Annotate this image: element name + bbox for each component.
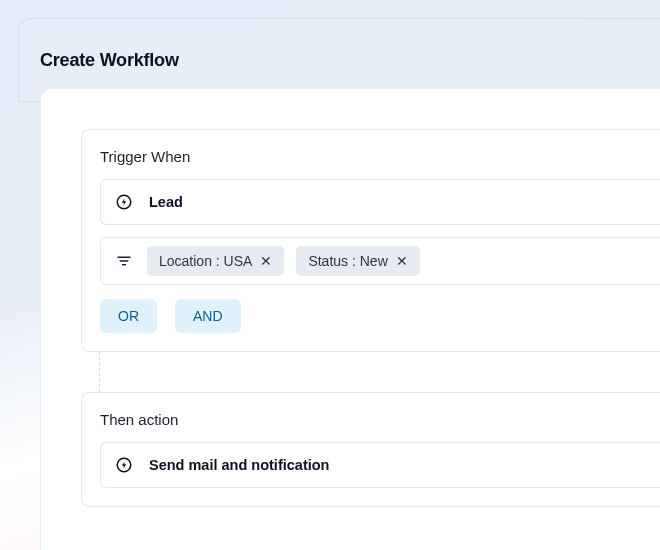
action-section: Then action Send mail and notification	[81, 392, 660, 507]
filter-chip-status[interactable]: Status : New ✕	[296, 246, 419, 276]
or-button[interactable]: OR	[100, 299, 157, 333]
filter-chip-label: Status : New	[308, 253, 387, 269]
and-button[interactable]: AND	[175, 299, 241, 333]
filter-icon	[111, 252, 135, 270]
bolt-icon	[115, 456, 133, 474]
close-icon[interactable]: ✕	[396, 254, 408, 268]
action-selector-label: Send mail and notification	[149, 457, 329, 473]
trigger-entity-selector[interactable]: Lead	[100, 179, 660, 225]
filter-chip-location[interactable]: Location : USA ✕	[147, 246, 284, 276]
trigger-entity-label: Lead	[149, 194, 183, 210]
trigger-filter-row[interactable]: Location : USA ✕ Status : New ✕	[100, 237, 660, 285]
close-icon[interactable]: ✕	[260, 254, 272, 268]
trigger-title: Trigger When	[100, 148, 660, 165]
trigger-section: Trigger When Lead Location : USA ✕	[81, 129, 660, 352]
action-title: Then action	[100, 411, 660, 428]
filter-chip-label: Location : USA	[159, 253, 252, 269]
bolt-icon	[115, 193, 133, 211]
connector-line	[99, 352, 660, 392]
page-title: Create Workflow	[40, 50, 179, 71]
operator-row: OR AND	[100, 299, 660, 333]
action-selector[interactable]: Send mail and notification	[100, 442, 660, 488]
content-card: Trigger When Lead Location : USA ✕	[40, 88, 660, 550]
